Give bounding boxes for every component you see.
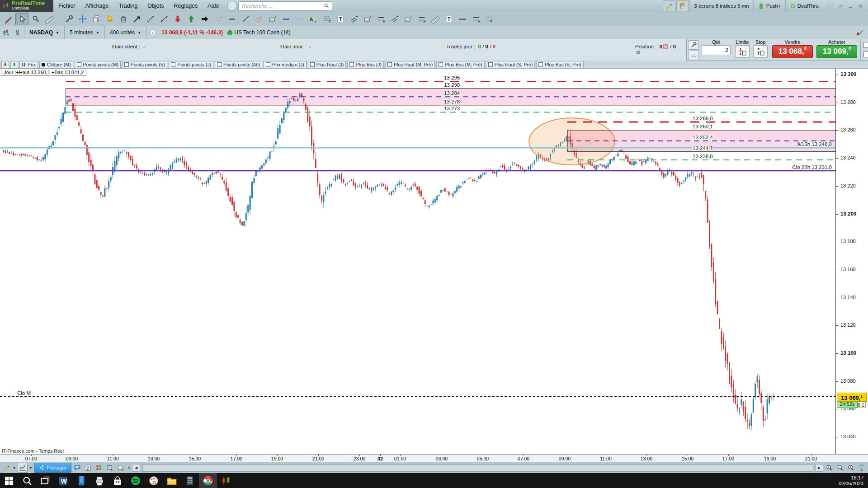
export-button[interactable] [116,463,126,473]
time-axis[interactable]: 07:0009:0011:0013:0015:0017:0019:0021:00… [0,454,868,462]
scroll-right-button[interactable]: ▶ [815,464,823,472]
search-input[interactable] [241,3,323,9]
indicator-checkbox[interactable] [124,62,129,67]
hide-indicator-button[interactable] [1,61,9,68]
tool-cursor[interactable] [15,13,28,25]
indicator-tab-points-pivots-m-[interactable]: Points pivots (M) [75,61,121,68]
restore-icon[interactable] [827,3,834,9]
tool-hline[interactable] [225,13,238,25]
gear-icon[interactable]: + [635,49,641,55]
keyboard-order-button[interactable] [688,51,699,60]
menu-item-aide[interactable]: Aide [203,0,224,12]
chart-shortcut-icon[interactable] [854,27,865,38]
sell-button[interactable]: 13 068,4 [772,45,813,58]
tool-bell[interactable] [103,13,116,25]
indicator-tab-points-pivots-4h-[interactable]: Points pivots (4h) [215,61,262,68]
info-icon[interactable]: i [147,27,159,38]
buy-button[interactable]: 13 069,4 [816,45,857,58]
menu-item-fichier[interactable]: Fichier [53,0,80,12]
tool-pencil[interactable] [2,13,15,25]
annotate-tool-button[interactable] [1,463,11,473]
tool-aright[interactable] [198,13,211,25]
indicator-checkbox[interactable] [349,62,354,67]
annotate-button[interactable] [663,0,675,11]
indicator-tab-plus-bas-m-pre-[interactable]: Plus Bas (M, Pré) [436,61,484,68]
tool-abcfib[interactable]: AF [307,13,320,25]
taskbar-phone[interactable] [72,473,90,488]
taskbar-chrome[interactable] [199,473,217,488]
indicator-tab-clo-ture-m-[interactable]: Clôture (M) [39,61,73,68]
link-icon[interactable] [227,1,236,11]
indicator-checkbox[interactable] [310,62,315,67]
taskbar-prt[interactable] [217,473,235,488]
chart-style-button[interactable] [18,463,28,473]
tool-rectpink[interactable]: + [361,13,374,25]
indicator-tab-prix[interactable]: Prix [19,61,38,68]
indicator-tab-plus-bas-s-pre-[interactable]: Plus Bas (S, Pré) [536,61,584,68]
market-depth-button[interactable] [94,463,104,473]
tool-dashf[interactable]: F [415,13,428,25]
indicator-checkbox[interactable] [439,62,443,67]
chain-icon[interactable] [12,27,24,38]
tool-fib[interactable]: F [320,13,333,25]
news-button[interactable] [83,463,93,473]
tool-parallelpink[interactable]: + [212,13,225,25]
tool-hcyan[interactable] [293,13,306,25]
indicator-tab-plus-haut-j-[interactable]: Plus Haut (J) [308,61,346,68]
tool-channel[interactable]: + [347,13,360,25]
data-columns-button[interactable] [857,463,867,473]
timeframe-dropdown[interactable]: 5 minutes▼ [65,26,104,39]
collapse-left-chevrons[interactable]: « [127,466,131,470]
indicator-checkbox[interactable] [387,62,392,67]
tool-textT[interactable]: T [442,13,455,25]
tool-dashf[interactable]: F [469,13,482,25]
stop-order-button[interactable] [753,45,768,58]
tool-ruler[interactable] [429,13,442,25]
share-button[interactable]: Partager [34,463,71,473]
chart-area[interactable]: 13 29513 29013 28413 27813 27313 266,013… [0,69,835,454]
taskbar-store[interactable] [108,473,127,488]
indicator-checkbox[interactable] [217,62,222,67]
limit-checkbox[interactable] [863,42,868,48]
price-axis[interactable]: 13 069,1 13 068,1 2m52s 13 30013 28013 2… [835,69,868,454]
chart-style-dropdown-caret[interactable]: ▼ [28,466,33,470]
taskbar-taskview[interactable] [36,473,54,488]
tool-aup[interactable] [184,13,198,25]
flag-button[interactable] [676,0,689,11]
tool-ruler[interactable] [42,13,56,25]
taskbar-calc[interactable] [181,473,199,488]
taskbar-win[interactable] [0,473,18,488]
tool-adown[interactable] [171,13,184,25]
quantity-input[interactable] [702,45,731,55]
indicator-checkbox[interactable] [538,62,543,67]
tool-rectpink[interactable]: + [401,13,415,25]
indicator-tab-points-pivots-s-[interactable]: Points pivots (S) [122,61,167,68]
tool-trendarrow[interactable] [130,13,143,25]
units-dropdown[interactable]: 400 unités▼ [105,26,146,39]
symbol-dropdown[interactable]: NASDAQ▼ [25,26,64,39]
taskbar-tsearch[interactable] [18,473,36,488]
indicator-checkbox[interactable] [488,62,493,67]
add-candle-icon[interactable]: + [0,27,12,38]
search-icon[interactable] [323,3,330,9]
tool-dashf[interactable]: F [374,13,387,25]
indicator-tab-prix-me-dian-j-[interactable]: Prix médian (J) [264,61,307,68]
tool-channel[interactable]: + [388,13,401,25]
indicator-tab-points-pivots-j-[interactable]: Points pivots (J) [169,61,213,68]
zoom-in-button[interactable] [846,463,856,473]
highlight-ellipse[interactable] [529,118,615,165]
tool-segment[interactable] [157,13,170,25]
indicator-tab-plus-haut-m-pre-[interactable]: Plus Haut (M, Pré) [385,61,435,68]
zoom-out-button[interactable] [835,463,845,473]
taskbar-explorer[interactable] [163,473,181,488]
tool-move[interactable] [76,13,89,25]
tool-ellipseo[interactable]: + [252,13,265,25]
taskbar-paint[interactable] [145,473,163,488]
minimize-icon[interactable] [847,3,854,9]
tool-wrench[interactable] [62,13,75,25]
push-status[interactable]: Push+ [753,0,785,12]
zoom-fit-button[interactable] [824,463,834,473]
menu-item-affichage[interactable]: Affichage [80,0,114,12]
limit-order-button[interactable] [735,45,750,58]
search-box[interactable] [238,1,332,10]
